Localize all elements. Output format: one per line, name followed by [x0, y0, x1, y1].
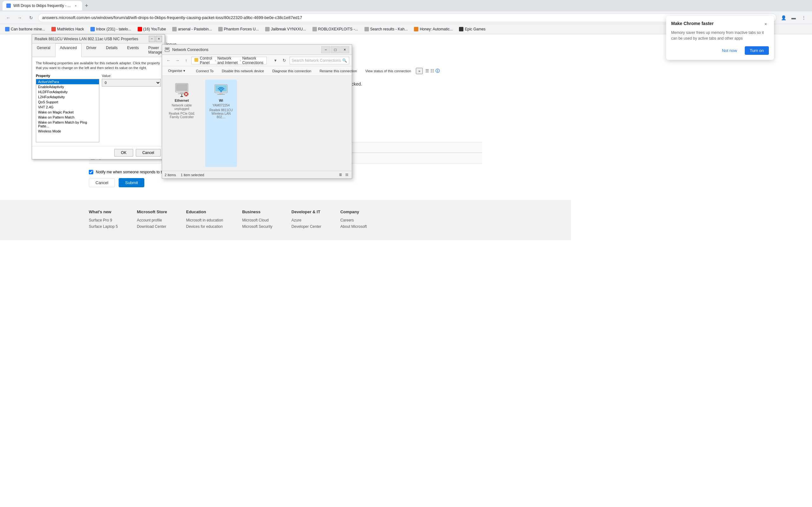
svg-rect-7 [194, 58, 198, 62]
tab-close-btn[interactable]: × [73, 3, 78, 8]
prop-item-5[interactable]: VHT 2.4G [36, 105, 99, 110]
not-now-button[interactable]: Not now [717, 46, 742, 55]
tab-details[interactable]: Details [101, 43, 122, 57]
properties-dialog: Realtek 8811CU Wireless LAN 802.11ac USB… [32, 34, 165, 159]
bookmark-0[interactable]: Can baritone mine... [3, 26, 48, 32]
wifi-adapter: Realtek 8811CU Wireless LAN 802.... [208, 108, 235, 119]
footer-heading-5: Company [340, 210, 367, 214]
prop-item-0[interactable]: ActiveVePara [36, 79, 99, 84]
ethernet-connection[interactable]: Ethernet Network cable unplugged Realtek… [166, 79, 198, 167]
view-options-btn[interactable]: ☰ [425, 67, 429, 75]
footer-link-1-0[interactable]: Account profile [137, 218, 167, 222]
tab-events[interactable]: Events [122, 43, 144, 57]
chrome-notification: Make Chrome faster × Memory saver frees … [666, 16, 774, 60]
wifi-connection[interactable]: Wi YAM072254 Realtek 8811CU Wireless LAN… [205, 79, 237, 167]
footer-link-0-0[interactable]: Surface Pro 9 [89, 218, 118, 222]
tab-advanced[interactable]: Advanced [55, 43, 82, 57]
prop-item-7[interactable]: Wake on Pattern Match [36, 115, 99, 120]
win-breadcrumb[interactable]: Control Panel › Network and Internet › N… [191, 57, 267, 64]
bookmark-3[interactable]: (16) YouTube [135, 26, 169, 32]
submit-button[interactable]: Submit [119, 178, 144, 187]
dialog-footer: OK Cancel [32, 146, 165, 159]
footer-link-5-0[interactable]: Careers [340, 218, 367, 222]
win-refresh-btn[interactable]: ↻ [281, 57, 288, 64]
bookmark-5[interactable]: Phantom Forces U... [216, 26, 261, 32]
organise-btn[interactable]: Organise ▾ [165, 68, 189, 74]
profile-icon[interactable]: 👤 [779, 13, 788, 22]
ethernet-status: Network cable unplugged [168, 104, 195, 111]
list-view-icon[interactable]: ☰ [338, 172, 343, 177]
tab-bar: Wifi Drops to 0kbps frequently - ... × + [0, 0, 812, 11]
bookmark-1[interactable]: Mathletics Hack [49, 26, 87, 32]
win-up-btn[interactable]: ↑ [183, 57, 190, 64]
turn-on-button[interactable]: Turn on [745, 46, 769, 55]
refresh-button[interactable]: ↻ [27, 13, 36, 22]
bookmark-4[interactable]: arsenal - Pastebin... [170, 26, 214, 32]
value-dropdown[interactable]: 0 [102, 79, 161, 87]
win-back-btn[interactable]: ← [165, 57, 172, 64]
active-tab[interactable]: Wifi Drops to 0kbps frequently - ... × [3, 1, 82, 10]
dialog-ok-btn[interactable]: OK [114, 149, 133, 157]
footer-link-3-1[interactable]: Microsoft Security [242, 224, 272, 229]
window-maximize-btn[interactable]: □ [331, 46, 340, 53]
footer-link-3-0[interactable]: Microsoft Cloud [242, 218, 272, 222]
new-tab-button[interactable]: + [82, 1, 91, 10]
bookmark-10[interactable]: Epic Games [456, 26, 488, 32]
footer-heading-4: Developer & IT [292, 210, 321, 214]
footer-link-2-0[interactable]: Microsoft in education [186, 218, 223, 222]
bookmark-6[interactable]: Jailbreak VYNXXU... [263, 26, 309, 32]
tab-driver[interactable]: Driver [82, 43, 101, 57]
footer-link-4-0[interactable]: Azure [292, 218, 321, 222]
dialog-cancel-btn[interactable]: Cancel [136, 149, 161, 157]
change-view-btn[interactable]: ☷ [430, 67, 434, 75]
info-btn[interactable]: ⓘ [436, 67, 440, 75]
prop-item-8[interactable]: Wake on Pattern Match by Ping Patte... [36, 120, 99, 129]
prop-item-6[interactable]: Wake on Magic Packet [36, 110, 99, 115]
menu-icon[interactable]: ⋮ [799, 13, 808, 22]
prop-item-2[interactable]: HLDFForAdaptivity [36, 89, 99, 95]
more-options-btn[interactable]: » [416, 68, 423, 74]
extensions-icon[interactable]: ▬ [789, 13, 798, 22]
win-forward-btn[interactable]: → [173, 57, 181, 64]
breadcrumb-dropdown-btn[interactable]: ▾ [272, 57, 280, 64]
bm-favicon-9 [414, 27, 418, 32]
window-close-btn[interactable]: × [340, 46, 349, 53]
window-statusbar: 2 items 1 item selected ☰ ☷ [162, 171, 352, 178]
notif-close-btn[interactable]: × [763, 21, 769, 27]
dialog-minimize-btn[interactable]: − [149, 36, 155, 42]
window-minimize-btn[interactable]: − [321, 46, 330, 53]
bookmark-7[interactable]: ROBLOXEXPLOITS -... [310, 26, 361, 32]
footer-link-0-1[interactable]: Surface Laptop 5 [89, 224, 118, 229]
property-label: Property [36, 74, 99, 78]
bookmark-9[interactable]: Honey: Automatic... [411, 26, 455, 32]
property-list[interactable]: ActiveVePara EnableAdaptivity HLDFForAda… [36, 79, 99, 142]
dialog-close-btn[interactable]: × [156, 36, 162, 42]
notify-checkbox[interactable] [89, 170, 93, 174]
forward-button[interactable]: → [15, 13, 24, 22]
prop-item-4[interactable]: QoS Support [36, 100, 99, 105]
prop-item-9[interactable]: Wireless Mode [36, 129, 99, 134]
footer-link-2-1[interactable]: Devices for education [186, 224, 223, 229]
bookmark-2[interactable]: Inbox (231) - tatelo... [88, 26, 134, 32]
prop-item-3[interactable]: L2HForAdaptivity [36, 95, 99, 100]
back-button[interactable]: ← [4, 13, 13, 22]
breadcrumb-root[interactable]: Control Panel [200, 56, 213, 65]
tab-general[interactable]: General [32, 43, 55, 57]
win-search-box[interactable]: Search Network Connections 🔍 [290, 57, 349, 64]
prop-item-1[interactable]: EnableAdaptivity [36, 84, 99, 89]
footer-link-1-1[interactable]: Download Center [137, 224, 167, 229]
disable-device-btn[interactable]: Disable this network device [218, 68, 267, 74]
breadcrumb-level1[interactable]: Network and Internet [217, 56, 238, 65]
footer-link-4-1[interactable]: Developer Center [292, 224, 321, 229]
footer-link-5-1[interactable]: About Microsoft [340, 224, 367, 229]
grid-view-icon[interactable]: ☷ [344, 172, 349, 177]
bm-favicon-7 [312, 27, 317, 32]
address-bar[interactable]: answers.microsoft.com/en-us/windows/foru… [38, 13, 776, 22]
cancel-button[interactable]: Cancel [89, 178, 115, 187]
bookmark-8[interactable]: Search results - Kah... [362, 26, 410, 32]
rename-btn[interactable]: Rename this connection [316, 68, 360, 74]
dialog-title-buttons: − × [149, 36, 162, 42]
view-status-btn[interactable]: View status of this connection [362, 68, 415, 74]
diagnose-btn[interactable]: Diagnose this connection [269, 68, 315, 74]
connect-to-btn[interactable]: Connect To [193, 68, 217, 74]
